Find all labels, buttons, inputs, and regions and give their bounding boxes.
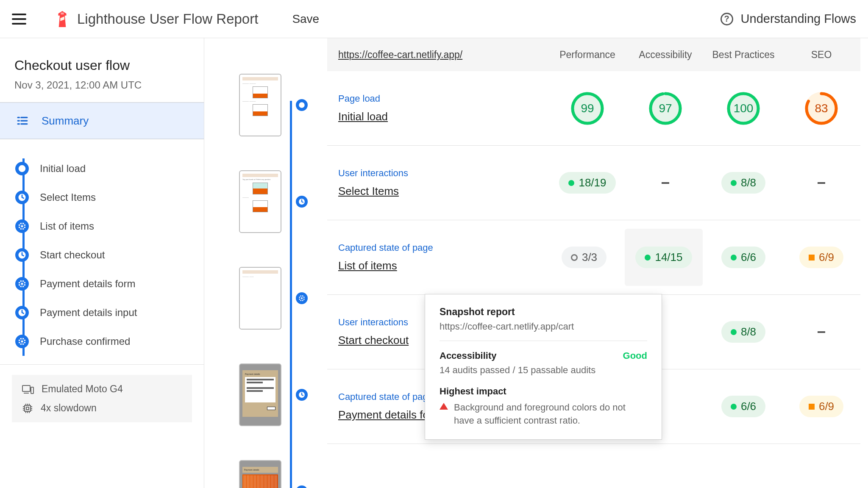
col-accessibility: Accessibility [626, 49, 704, 61]
score-pill[interactable]: 3/3 [562, 247, 606, 268]
score-dash [818, 182, 825, 184]
snapshot-icon [296, 292, 308, 304]
score-pill[interactable]: 6/6 [721, 247, 765, 268]
circle-icon [15, 162, 29, 175]
timeline-item[interactable]: ——— —— [204, 267, 327, 330]
snapshot-icon [15, 219, 29, 233]
topbar: Lighthouse User Flow Report Save ? Under… [0, 0, 868, 38]
svg-rect-4 [61, 12, 64, 14]
tooltip-impact-text: Background and foreground colors do not … [454, 401, 647, 427]
circle-icon [296, 99, 308, 111]
report-row: Captured state of pageList of items3/314… [327, 220, 860, 295]
sidebar-step-label: Initial load [40, 163, 86, 175]
score-pill[interactable]: 18/19 [559, 172, 615, 194]
col-performance: Performance [548, 49, 626, 61]
sidebar-step-0[interactable]: Initial load [15, 154, 204, 183]
timeline-item[interactable]: Yay you found us! Select any product.——— [204, 170, 327, 233]
step-name-link[interactable]: Select Items [338, 185, 399, 197]
timeline-column: ——— —————— ——— Yay you found us! Select … [204, 38, 327, 488]
understanding-flows-link[interactable]: Understanding Flows [741, 12, 856, 26]
flow-date: Nov 3, 2021, 12:00 AM UTC [14, 79, 189, 91]
sidebar-step-label: Payment details input [40, 307, 137, 319]
warning-triangle-icon [440, 403, 448, 410]
score-pill[interactable]: 6/9 [799, 396, 843, 417]
step-kind: User interactions [338, 168, 548, 179]
report-row: User interactionsSelect Items18/198/8 [327, 146, 860, 220]
svg-rect-12 [31, 387, 33, 394]
tooltip-snapshot-report: Snapshot report https://coffee-cart.netl… [425, 294, 662, 440]
score-gauge[interactable]: 99 [571, 92, 604, 125]
timeline-item[interactable]: Payment details [204, 460, 327, 488]
score-dash [818, 331, 825, 333]
score-pill[interactable]: 8/8 [721, 321, 765, 343]
timeline-item[interactable]: ——— —————— ——— [204, 74, 327, 136]
nav-steps: Initial loadSelect ItemsList of itemsSta… [0, 139, 204, 356]
sidebar-step-5[interactable]: Payment details input [15, 298, 204, 327]
sidebar-step-label: Select Items [40, 191, 96, 203]
sidebar-step-label: Payment details form [40, 278, 135, 290]
flow-title: Checkout user flow [14, 58, 189, 73]
score-gauge[interactable]: 83 [805, 92, 838, 125]
tooltip-url: https://coffee-cart.netlify.app/cart [440, 321, 647, 341]
clock-icon [15, 248, 29, 262]
env-throttle: 4x slowdown [41, 402, 97, 414]
score-pill[interactable]: 14/15 [635, 247, 692, 268]
cpu-icon [22, 403, 33, 414]
save-button[interactable]: Save [292, 12, 319, 26]
tooltip-metric-detail: 14 audits passed / 15 passable audits [440, 365, 647, 376]
hamburger-menu-icon[interactable] [12, 14, 26, 25]
clock-icon [15, 306, 29, 319]
col-seo: SEO [782, 49, 860, 61]
sidebar-step-label: Start checkout [40, 249, 105, 261]
step-name-link[interactable]: List of items [338, 259, 397, 272]
clock-icon [15, 191, 29, 204]
step-kind: Page load [338, 93, 548, 104]
step-name-link[interactable]: Start checkout [338, 334, 409, 347]
app-title: Lighthouse User Flow Report [77, 11, 258, 27]
svg-rect-11 [22, 385, 30, 391]
env-box: Emulated Moto G4 4x slowdown [12, 375, 192, 422]
snapshot-icon [15, 335, 29, 348]
tooltip-metric-name: Accessibility [440, 350, 497, 361]
score-pill[interactable]: 8/8 [721, 172, 765, 194]
sidebar-step-1[interactable]: Select Items [15, 183, 204, 212]
report-url-link[interactable]: https://coffee-cart.netlify.app/ [338, 49, 548, 61]
summary-label: Summary [42, 114, 89, 128]
tooltip-title: Snapshot report [440, 306, 647, 318]
sidebar-step-3[interactable]: Start checkout [15, 241, 204, 269]
step-name-link[interactable]: Initial load [338, 110, 388, 123]
score-pill[interactable]: 6/9 [799, 247, 843, 268]
list-icon [17, 116, 28, 125]
tooltip-impact-title: Highest impact [440, 386, 647, 397]
sidebar-step-2[interactable]: List of items [15, 212, 204, 241]
tooltip-metric-value: Good [623, 350, 647, 361]
timeline-item[interactable]: Payment details [204, 363, 327, 426]
snapshot-icon [296, 485, 308, 488]
sidebar-step-6[interactable]: Purchase confirmed [15, 327, 204, 356]
lighthouse-logo-icon [56, 11, 69, 27]
sidebar: Checkout user flow Nov 3, 2021, 12:00 AM… [0, 38, 204, 488]
report-row: Page loadInitial load 99 97 100 83 [327, 71, 860, 146]
score-gauge[interactable]: 100 [727, 92, 760, 125]
step-kind: Captured state of page [338, 242, 545, 253]
svg-rect-14 [25, 405, 31, 411]
score-pill[interactable]: 6/6 [721, 396, 765, 417]
sidebar-item-summary[interactable]: Summary [0, 103, 204, 139]
clock-icon [296, 389, 308, 401]
device-icon [22, 384, 34, 394]
help-icon[interactable]: ? [721, 13, 733, 25]
env-device: Emulated Moto G4 [42, 383, 123, 395]
col-best-practices: Best Practices [704, 49, 782, 61]
sidebar-step-4[interactable]: Payment details form [15, 269, 204, 298]
sidebar-step-label: Purchase confirmed [40, 336, 130, 347]
clock-icon [296, 196, 308, 208]
snapshot-icon [15, 277, 29, 291]
sidebar-step-label: List of items [40, 220, 94, 232]
score-dash [662, 182, 669, 184]
svg-rect-15 [26, 407, 29, 410]
report-header-row: https://coffee-cart.netlify.app/ Perform… [327, 38, 860, 71]
score-gauge[interactable]: 97 [649, 92, 682, 125]
